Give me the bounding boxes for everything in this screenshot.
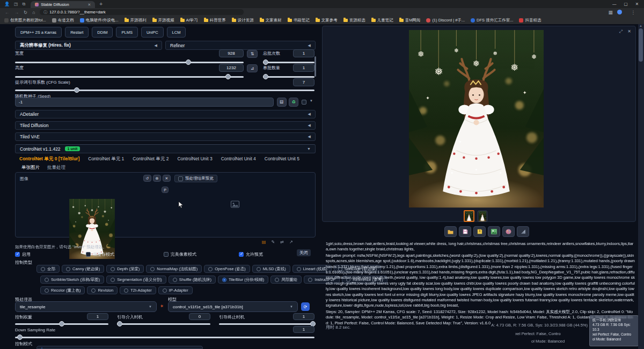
allow-preview-option[interactable]: 允许预览 bbox=[239, 251, 263, 257]
guidance-end-input[interactable]: 1 bbox=[293, 313, 314, 320]
pixel-perfect-checkbox[interactable] bbox=[164, 252, 169, 257]
new-tab-button[interactable]: + bbox=[99, 1, 103, 7]
height-input[interactable]: 1232 bbox=[219, 64, 244, 72]
preview-result-chip[interactable]: 预处理结果预览 bbox=[174, 175, 217, 182]
control-type-option[interactable]: Scribble/Sketch (涂鸦/草图) bbox=[40, 276, 104, 284]
add-image-icon[interactable]: ⊕ bbox=[153, 175, 161, 182]
cfg-slider[interactable] bbox=[15, 90, 314, 91]
maximize-button[interactable]: ▢ bbox=[624, 2, 628, 6]
scroll-up-icon[interactable]: ▲ bbox=[639, 24, 642, 27]
auto-size-button[interactable]: ⊿ bbox=[247, 64, 258, 72]
guidance-start-input[interactable]: 0 bbox=[189, 313, 210, 320]
bookmark-item[interactable]: 开源视频 bbox=[152, 18, 174, 23]
site-info-icon[interactable]: ⓘ bbox=[43, 10, 47, 15]
forward-icon[interactable]: → bbox=[14, 10, 19, 15]
controlnet-image-dropzone[interactable]: 图像 ↺ ⊕ ✕ 预处理结果预览 P 关闭 bbox=[15, 172, 316, 237]
batch-size-slider[interactable] bbox=[263, 76, 314, 78]
gallery-thumbnail-selected[interactable] bbox=[464, 210, 474, 222]
address-bar[interactable]: ⓘ 127.0.0.1:7860/?__theme=dark bbox=[40, 9, 244, 15]
width-input[interactable]: 928 bbox=[219, 49, 244, 57]
reuse-seed-button[interactable]: ♻ bbox=[289, 98, 298, 107]
link-dimensions-icon[interactable]: ⇄ bbox=[280, 240, 284, 244]
tab-controlnet-unit-5[interactable]: ControlNet Unit 5 bbox=[265, 156, 299, 162]
extensions-icon[interactable]: ▦ bbox=[608, 10, 612, 15]
sampler-option[interactable]: DPM++ 2S a Karras bbox=[15, 27, 62, 38]
back-icon[interactable]: ← bbox=[5, 10, 10, 15]
slider-handle[interactable] bbox=[117, 321, 122, 326]
bookmark-item[interactable]: 资源精选 bbox=[343, 18, 365, 23]
open-folder-button[interactable] bbox=[444, 226, 457, 237]
control-type-option[interactable]: IP-Adapter bbox=[158, 286, 193, 294]
profile-icon[interactable]: 👤 bbox=[4, 2, 10, 6]
control-weight-input[interactable]: 1 bbox=[87, 313, 108, 320]
refresh-models-icon[interactable]: ⟳ bbox=[301, 302, 310, 311]
batch-count-input[interactable]: 1 bbox=[293, 49, 314, 57]
run-preprocessor-icon[interactable]: ✶ bbox=[160, 303, 164, 309]
tab-controlnet-unit-0[interactable]: ControlNet 单元 0 [Tile/Blur] bbox=[19, 156, 79, 162]
controlnet-accordion[interactable]: ControlNet v1.1.422 1 unit ▼ bbox=[15, 144, 316, 153]
bookmark-item[interactable]: 音M网阅 bbox=[399, 18, 421, 23]
width-slider[interactable] bbox=[15, 62, 244, 63]
doc-icon[interactable]: ▤ bbox=[262, 240, 266, 244]
tiled-vae-accordion[interactable]: Tiled VAE ◀ bbox=[15, 132, 316, 141]
gallery-thumbnail[interactable] bbox=[478, 211, 487, 222]
seed-dropdown-icon[interactable]: ▼ bbox=[310, 99, 313, 102]
sampler-option[interactable]: LCM bbox=[167, 27, 186, 38]
control-type-option[interactable]: MLSD (直线) bbox=[252, 265, 290, 273]
guidance-start-slider[interactable] bbox=[117, 323, 210, 325]
downsample-slider[interactable] bbox=[15, 337, 314, 338]
close-gallery-icon[interactable]: ✕ bbox=[627, 29, 631, 34]
bookmark-item[interactable]: 创意图片教程源fol... bbox=[4, 18, 46, 23]
bookmark-item[interactable]: (1) Discord | #子... bbox=[426, 18, 465, 23]
send-to-img2img-button[interactable] bbox=[488, 226, 500, 237]
preprocessor-select[interactable]: tile_resample ▼ bbox=[15, 301, 157, 312]
window-scrollbar[interactable]: ▲ bbox=[638, 24, 644, 349]
hires-fix-accordion[interactable]: 高分辨率修复 (Hires. fix) ◀ bbox=[15, 41, 162, 50]
random-seed-button[interactable]: ⚄ bbox=[277, 98, 287, 107]
bookmark-item[interactable]: 设计资源 bbox=[232, 18, 254, 23]
tab-group-icon[interactable]: ⧉ bbox=[23, 2, 26, 7]
sampler-option[interactable]: DDIM bbox=[92, 27, 113, 38]
slider-handle[interactable] bbox=[59, 321, 64, 326]
swap-dimensions-button[interactable]: ⇅ bbox=[247, 50, 258, 58]
control-type-option-tile-blur[interactable]: Tile/Blur (分块/模糊) bbox=[218, 276, 268, 284]
save-image-button[interactable] bbox=[459, 226, 471, 237]
browser-avatar[interactable] bbox=[617, 10, 622, 14]
allow-preview-checkbox[interactable] bbox=[239, 252, 244, 257]
tab-close-icon[interactable]: ✕ bbox=[87, 3, 91, 7]
control-weight-slider[interactable] bbox=[15, 323, 108, 325]
guidance-end-slider[interactable] bbox=[219, 323, 314, 325]
downsample-input[interactable]: 1 bbox=[293, 326, 314, 333]
control-mode-options-cut[interactable] bbox=[36, 346, 203, 349]
control-type-option[interactable]: NormalMap (法线贴图) bbox=[146, 265, 202, 273]
bookmark-item[interactable]: 科普世界 bbox=[204, 18, 226, 23]
edit-icon[interactable]: ✎ bbox=[272, 240, 275, 244]
control-type-option[interactable]: OpenPose (姿态) bbox=[204, 265, 250, 273]
slider-handle[interactable] bbox=[186, 60, 191, 65]
remove-image-icon[interactable]: ✕ bbox=[163, 175, 171, 182]
bookmark-item[interactable]: DFS 接外汇工作室... bbox=[471, 18, 513, 23]
bookmark-item[interactable]: 开源福利 bbox=[125, 18, 147, 23]
close-preview-button[interactable]: 关闭 bbox=[297, 249, 311, 256]
close-button[interactable]: ✕ bbox=[635, 2, 639, 6]
controlnet-input-image[interactable] bbox=[69, 199, 115, 259]
browser-menu-icon[interactable]: ⋮ bbox=[631, 10, 636, 15]
slider-handle[interactable] bbox=[263, 74, 268, 79]
enable-checkbox[interactable] bbox=[15, 252, 20, 257]
control-type-option[interactable]: Revision bbox=[87, 286, 118, 294]
undo-icon[interactable]: ↺ bbox=[143, 175, 151, 182]
tab-controlnet-unit-2[interactable]: ControlNet 单元 2 bbox=[133, 156, 169, 162]
slider-handle[interactable] bbox=[74, 87, 79, 93]
model-select[interactable]: control_v11f1e_sd15_tile [a371b31b] ▼ bbox=[168, 301, 298, 312]
browser-tab[interactable]: Stable Diffusion ✕ bbox=[31, 1, 95, 8]
bookmark-item[interactable]: 抖音精选 bbox=[519, 18, 541, 23]
tab-search-icon[interactable]: ◳ bbox=[14, 2, 18, 6]
seed-extra-checkbox[interactable] bbox=[302, 100, 306, 105]
sampler-option[interactable]: PLMS bbox=[116, 27, 137, 38]
control-type-option[interactable]: Canny (硬边缘) bbox=[62, 265, 104, 273]
bookmark-item[interactable]: AI学习 bbox=[180, 18, 198, 23]
send-to-inpaint-button[interactable] bbox=[502, 226, 515, 237]
tab-controlnet-unit-1[interactable]: ControlNet 单元 1 bbox=[88, 156, 124, 162]
fullscreen-icon[interactable]: ⤢ bbox=[619, 29, 623, 34]
send-to-extras-button[interactable] bbox=[517, 226, 529, 237]
